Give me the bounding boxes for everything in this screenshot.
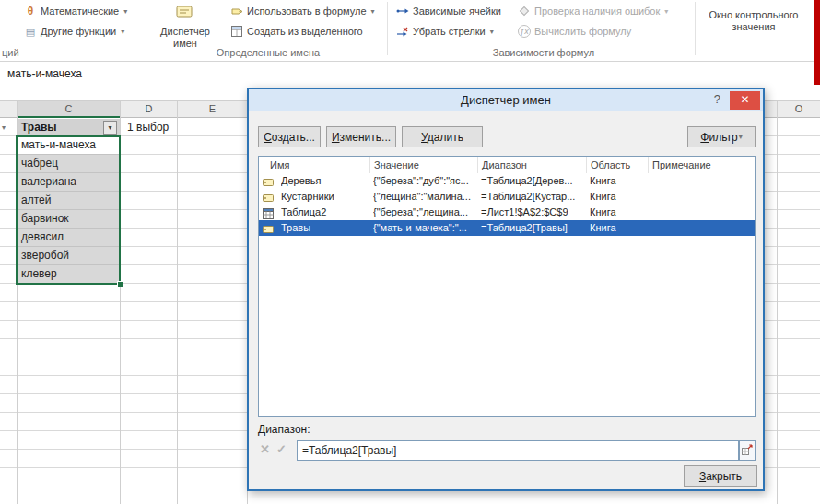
- row-name: Кустарники: [281, 189, 368, 205]
- create-from-selection-icon: [230, 26, 243, 37]
- group-label-function-library: ций: [2, 47, 19, 58]
- error-checking-label: Проверка наличия ошибок: [534, 6, 660, 17]
- list-header-scope[interactable]: Область: [586, 157, 648, 173]
- chevron-down-icon: ▾: [490, 28, 494, 36]
- ribbon-group-separator: [695, 2, 696, 55]
- list-header-name[interactable]: Имя: [259, 157, 369, 173]
- math-functions-label: Математические: [41, 6, 119, 17]
- row-range: =Таблица2[Кустар...: [481, 189, 585, 205]
- refers-to-input[interactable]: =Таблица2[Травы]: [297, 440, 739, 461]
- chevron-down-icon: ▾: [371, 7, 375, 16]
- close-label: Закрыть: [699, 470, 742, 483]
- table-row-selected[interactable]: Травы {"мать-и-мачеха":"... =Таблица2[Тр…: [259, 220, 755, 236]
- row-name: Травы: [281, 220, 368, 236]
- cell-herb[interactable]: валериана: [18, 173, 119, 192]
- table-row[interactable]: Кустарники {"лещина":"малина... =Таблица…: [259, 189, 755, 205]
- row-scope: Книга: [590, 189, 647, 205]
- row-value: {"мать-и-мачеха":"...: [373, 220, 476, 236]
- create-from-selection-button[interactable]: Создать из выделенного: [227, 22, 367, 41]
- help-button[interactable]: ?: [714, 92, 720, 106]
- error-checking-button[interactable]: Проверка наличия ошибок ▾: [514, 2, 672, 20]
- chevron-down-icon: ▾: [664, 7, 668, 16]
- evaluate-formula-label: Вычислить формулу: [534, 26, 631, 37]
- cell-herb[interactable]: девясил: [18, 229, 119, 247]
- evaluate-formula-icon: ƒx: [518, 25, 531, 38]
- refers-to-label: Диапазон:: [258, 423, 310, 436]
- close-button[interactable]: Закрыть: [684, 465, 757, 487]
- list-header-range[interactable]: Диапазон: [477, 157, 586, 173]
- cell-herb[interactable]: чабрец: [18, 155, 119, 173]
- chevron-down-icon: ▾: [123, 7, 127, 16]
- group-label-formula-auditing: Зависимости формул: [392, 47, 695, 58]
- excel-window: θ Математические ▾ ▤ Другие функции ▾ Ди…: [0, 0, 820, 504]
- remove-arrows-label: Убрать стрелки: [413, 26, 486, 37]
- gridline-vertical: [777, 101, 778, 504]
- name-tag-icon: [263, 222, 275, 239]
- watch-window-label: Окно контрольного значения: [698, 9, 809, 33]
- error-checking-icon: [518, 6, 531, 17]
- filter-dropdown-icon-partial[interactable]: ▾: [2, 123, 6, 132]
- cell-herb[interactable]: барвинок: [18, 210, 119, 229]
- use-in-formula-button[interactable]: Использовать в формуле ▾: [227, 2, 379, 20]
- trace-dependents-icon: [396, 6, 409, 16]
- enter-icon[interactable]: ✓: [276, 442, 287, 456]
- cell-herb[interactable]: зверобой: [18, 247, 119, 265]
- row-range: =Таблица2[Травы]: [481, 220, 585, 236]
- chevron-down-icon: ▾: [108, 123, 111, 132]
- name-manager-dialog: Диспетчер имен ? ✕ Создать... Изменить..…: [247, 88, 765, 491]
- formula-bar-value: мать-и-мачеха: [7, 67, 82, 80]
- create-from-selection-label: Создать из выделенного: [247, 26, 363, 37]
- more-functions-icon: ▤: [24, 26, 37, 38]
- remove-arrows-icon: [396, 27, 409, 37]
- watch-window-button[interactable]: Окно контрольного значения: [698, 1, 809, 56]
- list-header-comment[interactable]: Примечание: [648, 157, 755, 173]
- row-value: {"береза";"лещина...: [373, 205, 476, 220]
- tag-icon: [230, 6, 243, 17]
- evaluate-formula-button[interactable]: ƒx Вычислить формулу: [514, 22, 635, 41]
- cancel-icon[interactable]: ✕: [260, 442, 270, 456]
- fill-handle[interactable]: [117, 281, 123, 287]
- name-manager-icon: [174, 4, 196, 23]
- gridline-vertical: [120, 101, 121, 504]
- selection-status-cell[interactable]: 1 выбор: [123, 119, 177, 135]
- cell-herb[interactable]: алтей: [18, 192, 119, 210]
- range-selector-button[interactable]: [739, 440, 756, 461]
- list-header-value[interactable]: Значение: [369, 157, 477, 173]
- row-name: Таблица2: [281, 205, 368, 220]
- herb-list: мать-и-мачеха чабрец валериана алтей бар…: [18, 136, 119, 284]
- filter-button[interactable]: Фильтр ▾: [687, 126, 756, 147]
- new-name-label: Создать...: [264, 131, 315, 144]
- filter-label: Фильтр: [700, 131, 737, 144]
- row-range: =Лист1!$A$2:$C$9: [481, 205, 585, 220]
- remove-arrows-button[interactable]: Убрать стрелки ▾: [392, 22, 498, 41]
- ribbon: θ Математические ▾ ▤ Другие функции ▾ Ди…: [0, 0, 820, 62]
- trace-dependents-label: Зависимые ячейки: [413, 6, 501, 17]
- more-functions-label: Другие функции: [41, 26, 116, 37]
- math-functions-button[interactable]: θ Математические ▾: [20, 2, 131, 20]
- dialog-title: Диспетчер имен: [249, 89, 763, 111]
- delete-name-button[interactable]: Удалить: [402, 126, 483, 147]
- row-value: {"лещина":"малина...: [373, 189, 476, 205]
- column-header-e[interactable]: E: [177, 101, 247, 118]
- table-row[interactable]: Таблица2 {"береза";"лещина... =Лист1!$A$…: [259, 205, 755, 220]
- use-in-formula-label: Использовать в формуле: [247, 6, 367, 17]
- row-scope: Книга: [590, 205, 647, 220]
- close-icon[interactable]: ✕: [730, 91, 760, 110]
- column-header-d[interactable]: D: [120, 101, 177, 118]
- row-value: {"береза":"дуб":"яс...: [373, 173, 476, 189]
- more-functions-button[interactable]: ▤ Другие функции ▾: [20, 22, 128, 41]
- trace-dependents-button[interactable]: Зависимые ячейки: [392, 2, 505, 20]
- chevron-down-icon: ▾: [739, 133, 743, 141]
- edit-name-button[interactable]: Изменить...: [326, 126, 396, 147]
- column-header-c[interactable]: C: [17, 101, 120, 118]
- chevron-down-icon: ▾: [121, 28, 124, 36]
- column-header-o[interactable]: O: [777, 101, 820, 118]
- cell-herb[interactable]: клевер: [18, 265, 119, 284]
- edit-name-label: Изменить...: [332, 131, 391, 144]
- names-list: Имя Значение Диапазон Область Примечание…: [258, 156, 756, 417]
- new-name-button[interactable]: Создать...: [258, 126, 321, 147]
- filter-dropdown-button[interactable]: ▾: [103, 121, 117, 135]
- group-label-defined-names: Определенные имена: [149, 47, 387, 58]
- cell-herb[interactable]: мать-и-мачеха: [18, 136, 119, 155]
- table-row[interactable]: Деревья {"береза":"дуб":"яс... =Таблица2…: [259, 173, 755, 189]
